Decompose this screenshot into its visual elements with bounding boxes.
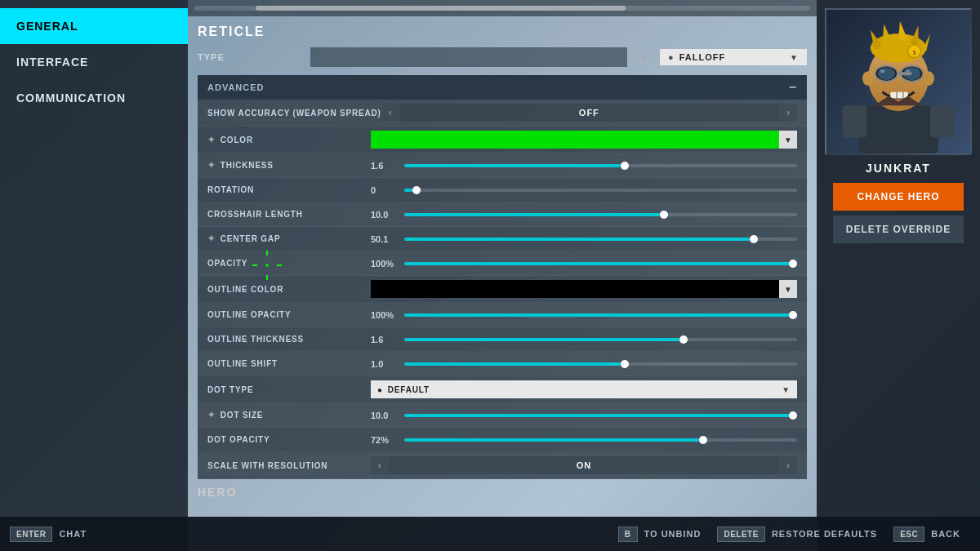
crosshair-right bbox=[277, 264, 282, 266]
arrow-control-scale: ‹ ON › bbox=[371, 456, 797, 474]
scrollbar-thumb bbox=[256, 6, 625, 11]
arrow-right-accuracy[interactable]: › bbox=[779, 104, 797, 122]
controls-crosshair-length: 10.0 bbox=[371, 210, 797, 220]
section-title: RETICLE bbox=[188, 16, 817, 44]
svg-point-23 bbox=[923, 71, 934, 86]
color-swatch-green bbox=[371, 131, 779, 149]
arrow-right-scale[interactable]: › bbox=[779, 456, 797, 474]
arrow-left-scale[interactable]: ‹ bbox=[371, 456, 389, 474]
label-scale-resolution: SCALE WITH RESOLUTION bbox=[207, 461, 371, 470]
esc-key: ESC bbox=[893, 527, 924, 542]
hero-name: JUNKRAT bbox=[866, 162, 931, 175]
delete-key: DELETE bbox=[717, 527, 764, 542]
arrow-control-accuracy: ‹ OFF › bbox=[381, 104, 797, 122]
delete-override-button[interactable]: DELETE OVERRIDE bbox=[833, 216, 964, 243]
dot-type-dropdown[interactable]: ● DEFAULT ▼ bbox=[371, 380, 797, 398]
color-swatch-black bbox=[371, 280, 779, 298]
slider-crosshair-length[interactable]: 10.0 bbox=[371, 210, 797, 220]
track-outline-thickness bbox=[404, 338, 797, 341]
fill-outline-opacity bbox=[404, 313, 797, 317]
enter-key: ENTER bbox=[10, 527, 52, 542]
thumb-center-gap bbox=[750, 235, 758, 243]
controls-outline-opacity: 100% bbox=[371, 310, 797, 320]
sidebar: GENERAL INTERFACE COMMUNICATION bbox=[0, 0, 188, 551]
preview-area bbox=[198, 82, 336, 449]
track-dot-size bbox=[404, 414, 797, 417]
thumb-outline-shift bbox=[621, 360, 629, 368]
sidebar-item-general[interactable]: GENERAL bbox=[0, 8, 188, 44]
outline-color-chevron-icon: ▼ bbox=[779, 280, 797, 298]
slider-dot-opacity[interactable]: 72% bbox=[371, 435, 797, 445]
controls-thickness: 1.6 bbox=[371, 161, 797, 171]
value-opacity: 100% bbox=[371, 259, 399, 269]
svg-rect-18 bbox=[898, 72, 912, 75]
slider-opacity[interactable]: 100% bbox=[371, 259, 797, 269]
type-label: TYPE bbox=[198, 52, 304, 62]
controls-outline-thickness: 1.6 bbox=[371, 335, 797, 344]
hero-section-label: HERO bbox=[188, 479, 817, 505]
restore-defaults-label: RESTORE DEFAULTS bbox=[772, 529, 877, 539]
track-opacity bbox=[404, 262, 797, 265]
fill-opacity bbox=[404, 262, 797, 265]
fill-outline-thickness bbox=[404, 338, 679, 341]
fill-crosshair-length bbox=[404, 213, 660, 216]
main-content: RETICLE TYPE ✦ ● FALLOFF ▼ ADVANCED − SH… bbox=[188, 0, 817, 535]
slider-center-gap[interactable]: 50.1 bbox=[371, 234, 797, 244]
controls-scale-resolution: ‹ ON › bbox=[371, 456, 797, 474]
crosshair-dot bbox=[265, 264, 269, 267]
hero-portrait: $ bbox=[825, 8, 972, 155]
change-hero-button[interactable]: CHANGE HERO bbox=[833, 183, 964, 211]
bottom-bar: ENTER CHAT B TO UNbIND DELETE RESTORE DE… bbox=[0, 517, 980, 551]
controls-outline-shift: 1.0 bbox=[371, 359, 797, 369]
chat-label: CHAT bbox=[59, 529, 87, 539]
svg-rect-2 bbox=[843, 105, 866, 137]
value-dot-opacity: 72% bbox=[371, 435, 399, 445]
track-center-gap bbox=[404, 238, 797, 241]
crosshair-left bbox=[252, 264, 257, 266]
outline-color-picker[interactable]: ▼ bbox=[371, 280, 797, 298]
value-outline-thickness: 1.6 bbox=[371, 335, 399, 344]
sidebar-item-interface[interactable]: INTERFACE bbox=[0, 44, 188, 80]
row-scale-resolution: SCALE WITH RESOLUTION ‹ ON › bbox=[198, 452, 807, 479]
crosshair-bottom bbox=[266, 275, 268, 280]
slider-outline-shift[interactable]: 1.0 bbox=[371, 359, 797, 369]
svg-rect-1 bbox=[858, 105, 938, 153]
controls-opacity: 100% bbox=[371, 259, 797, 269]
thumb-dot-opacity bbox=[699, 436, 707, 444]
track-rotation bbox=[404, 189, 797, 192]
color-picker[interactable]: ▼ bbox=[371, 131, 797, 149]
controls-show-accuracy: ‹ OFF › bbox=[381, 104, 797, 122]
value-accuracy: OFF bbox=[399, 104, 779, 122]
controls-center-gap: 50.1 bbox=[371, 234, 797, 244]
slider-outline-opacity[interactable]: 100% bbox=[371, 310, 797, 320]
type-spacer bbox=[310, 47, 628, 67]
thumb-outline-opacity bbox=[789, 311, 797, 319]
thumb-dot-size bbox=[789, 411, 797, 420]
value-dot-size: 10.0 bbox=[371, 411, 399, 420]
fill-center-gap bbox=[404, 238, 750, 241]
type-dropdown[interactable]: ● FALLOFF ▼ bbox=[660, 49, 807, 65]
thumb-thickness bbox=[621, 162, 629, 170]
type-value: FALLOFF bbox=[679, 52, 726, 62]
slider-dot-size[interactable]: 10.0 bbox=[371, 411, 797, 420]
svg-point-14 bbox=[878, 67, 896, 80]
track-dot-opacity bbox=[404, 438, 797, 442]
type-row: TYPE ✦ ● FALLOFF ▼ bbox=[188, 44, 817, 70]
svg-text:$: $ bbox=[912, 49, 916, 56]
value-thickness: 1.6 bbox=[371, 161, 399, 171]
crosshair-top bbox=[266, 251, 268, 256]
scrollbar-area[interactable] bbox=[188, 0, 817, 16]
sidebar-item-communication[interactable]: COMMUNICATION bbox=[0, 80, 188, 116]
unbind-label: TO UNbIND bbox=[644, 529, 702, 539]
slider-thickness[interactable]: 1.6 bbox=[371, 161, 797, 171]
arrow-left-accuracy[interactable]: ‹ bbox=[381, 104, 399, 122]
slider-rotation[interactable]: 0 bbox=[371, 185, 797, 195]
collapse-button[interactable]: − bbox=[789, 80, 797, 95]
slider-outline-thickness[interactable]: 1.6 bbox=[371, 335, 797, 344]
svg-rect-3 bbox=[930, 105, 954, 137]
dot-type-value: DEFAULT bbox=[388, 385, 430, 394]
value-center-gap: 50.1 bbox=[371, 234, 399, 244]
dropdown-dot: ● bbox=[668, 52, 675, 62]
fill-rotation bbox=[404, 189, 412, 192]
type-star-icon: ✦ bbox=[639, 51, 648, 64]
